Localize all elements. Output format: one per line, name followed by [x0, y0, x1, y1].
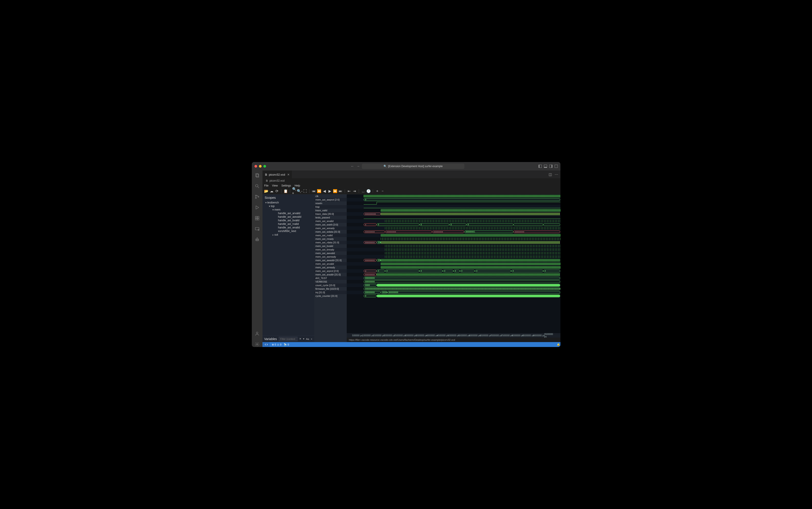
signal-name[interactable]: mem_axi_bvalid	[314, 244, 347, 248]
add-filter-icon[interactable]: +	[311, 338, 312, 340]
signal-name[interactable]: mem_axi_rvalid	[314, 234, 347, 237]
wave-row[interactable]	[347, 194, 560, 198]
settings-gear-icon[interactable]	[254, 342, 260, 347]
wave-segment[interactable]: 0	[466, 223, 514, 226]
wave-segment[interactable]: 0	[419, 223, 449, 226]
wave-segment[interactable]: 4	[385, 270, 419, 272]
back-arrow-icon[interactable]: ←	[351, 164, 354, 168]
zoom-out-icon[interactable]: 🔍-	[298, 189, 302, 193]
signal-name[interactable]: mem_axi_awaddr [31:0]	[314, 259, 347, 262]
remote-explorer-icon[interactable]	[254, 226, 260, 232]
source-control-icon[interactable]	[254, 194, 260, 199]
close-tab-icon[interactable]: ✕	[287, 173, 290, 176]
wave-segment[interactable]: x	[364, 223, 377, 226]
signal-name[interactable]: resetn	[314, 201, 347, 205]
filter-icon[interactable]: ▾	[303, 337, 305, 340]
wave-row[interactable]	[347, 248, 560, 251]
space-icon[interactable]: ⎵	[361, 189, 365, 193]
wave-segment[interactable]: 0	[449, 223, 466, 226]
signal-name[interactable]: mem_axi_wstrb [3:0]	[314, 223, 347, 227]
wave-segment[interactable]	[543, 223, 560, 226]
wave-row[interactable]: xxxxxxxx	[347, 273, 560, 276]
download-icon[interactable]: ☁	[270, 189, 274, 193]
copy-icon[interactable]: 📋	[284, 189, 288, 193]
signal-name[interactable]: mem_axi_arready	[314, 266, 347, 269]
time-ruler[interactable]: 500000 ps1000000 ps1500000 ps2000000 ps2…	[347, 333, 560, 338]
tree-caret-icon[interactable]: ▼	[268, 205, 271, 207]
menu-settings[interactable]: Settings	[281, 184, 291, 187]
wave-row[interactable]: 00000000	[347, 276, 560, 280]
wave-segment[interactable]: 0000…	[377, 259, 381, 262]
signal-name[interactable]: mem_axi_araddr [31:0]	[314, 273, 347, 276]
command-center[interactable]: 🔍 [Extension Development Host] surfer-ex…	[362, 164, 464, 169]
signal-name[interactable]: mem_axi_wdata [31:0]	[314, 230, 347, 234]
notifications-icon[interactable]: 🔔	[557, 343, 560, 346]
signal-name[interactable]: trace_data [35:0]	[314, 212, 347, 216]
wave-row[interactable]: 0000	[347, 283, 560, 287]
signal-name[interactable]: count_cycle [15:0]	[314, 283, 347, 287]
rewind-icon[interactable]: ⏪	[317, 189, 321, 193]
tab-picorv32[interactable]: 🗎 picorv32.vcd ✕	[262, 170, 292, 178]
wave-row[interactable]	[347, 227, 560, 230]
case-icon[interactable]: Aa	[306, 338, 309, 340]
wave-segment[interactable]: 4	[543, 270, 560, 272]
menu-file[interactable]: File	[264, 184, 269, 187]
wave-row[interactable]: xxxxxxxxxxxxxxxxxxxxxxxx00000001xxxxxxxx	[347, 230, 560, 234]
scope-node[interactable]: ▼testbench	[263, 201, 313, 204]
remote-indicator[interactable]	[263, 342, 270, 347]
signal-name[interactable]: AXI_TEST	[314, 276, 347, 280]
wave-row[interactable]	[347, 205, 560, 209]
wave-segment[interactable]: 0	[364, 295, 377, 297]
run-debug-icon[interactable]	[254, 205, 260, 210]
wave-row[interactable]: 000000000000…00000000	[347, 291, 560, 294]
wave-segment[interactable]: 4	[511, 270, 543, 272]
wave-row[interactable]	[347, 237, 560, 241]
wave-segment[interactable]: 4	[377, 270, 385, 272]
wave-segment[interactable]: 0	[377, 223, 419, 226]
waveform-rows[interactable]: 0xxxxxxxxxx0000xxxxxxxxxxxxxxxxxxxxxxxx0…	[347, 194, 560, 333]
wave-segment[interactable]: 0000	[364, 284, 377, 286]
wave-row[interactable]: x444444444	[347, 269, 560, 273]
wave-segment[interactable]: 0000…	[381, 291, 387, 294]
play-icon[interactable]: ▶	[328, 189, 332, 193]
signal-name[interactable]: trap	[314, 205, 347, 209]
wave-row[interactable]: 00000000	[347, 280, 560, 283]
scope-node[interactable]: ▸uut	[263, 233, 313, 236]
tree-caret-icon[interactable]: ▼	[272, 209, 275, 211]
wave-segment[interactable]: xxxxxxxx	[385, 231, 432, 233]
wave-segment[interactable]: 00000000	[387, 291, 560, 294]
wave-segment[interactable]: 00000000	[364, 280, 560, 283]
forward-arrow-icon[interactable]: →	[356, 164, 360, 168]
signal-name[interactable]: tests_passed	[314, 216, 347, 219]
signal-name[interactable]: mem_axi_wvalid	[314, 219, 347, 223]
wave-row[interactable]	[347, 262, 560, 266]
wave-segment[interactable]	[377, 273, 560, 276]
wave-segment[interactable]	[377, 295, 560, 297]
signal-name[interactable]: mem_axi_rdata [31:0]	[314, 241, 347, 244]
wave-segment[interactable]: 4	[454, 270, 460, 272]
prev-edge-icon[interactable]: ⇤	[347, 189, 351, 193]
split-editor-icon[interactable]: ◫	[549, 172, 552, 176]
signal-name[interactable]: cycle_counter [31:0]	[314, 294, 347, 298]
breadcrumb[interactable]: 🗎 picorv32.vcd	[262, 178, 560, 183]
accounts-icon[interactable]	[254, 331, 260, 336]
signal-name-column[interactable]: clkmem_axi_awprot [2:0]resetntraptrace_v…	[314, 194, 347, 342]
signal-name[interactable]: mem_axi_awready	[314, 255, 347, 259]
scope-node[interactable]: ▼top	[263, 204, 313, 208]
clear-filter-icon[interactable]: ✕	[299, 337, 301, 340]
wave-segment[interactable]: 0000000000000000000000000000000000000000…	[364, 287, 560, 290]
scope-node[interactable]: handle_axi_bvalid	[263, 218, 313, 222]
signal-name[interactable]: VERBOSE	[314, 280, 347, 283]
wave-row[interactable]	[347, 201, 560, 205]
wave-row[interactable]: x0000	[347, 223, 560, 227]
wave-row[interactable]: 0000000000000000000000000000000000000000…	[347, 287, 560, 291]
ports-count[interactable]: 📡0	[284, 343, 289, 346]
go-end-icon[interactable]: ⏭	[339, 189, 343, 193]
signal-name[interactable]: firmware_file [1023:0]	[314, 287, 347, 291]
wave-row[interactable]	[347, 216, 560, 219]
wave-segment[interactable]: 4	[475, 270, 511, 272]
signal-name[interactable]: mem_axi_wready	[314, 227, 347, 230]
fast-forward-icon[interactable]: ⏩	[333, 189, 337, 193]
wave-segment[interactable]: 0	[364, 198, 560, 201]
wave-segment[interactable]: xxxxxxxx	[364, 259, 377, 262]
